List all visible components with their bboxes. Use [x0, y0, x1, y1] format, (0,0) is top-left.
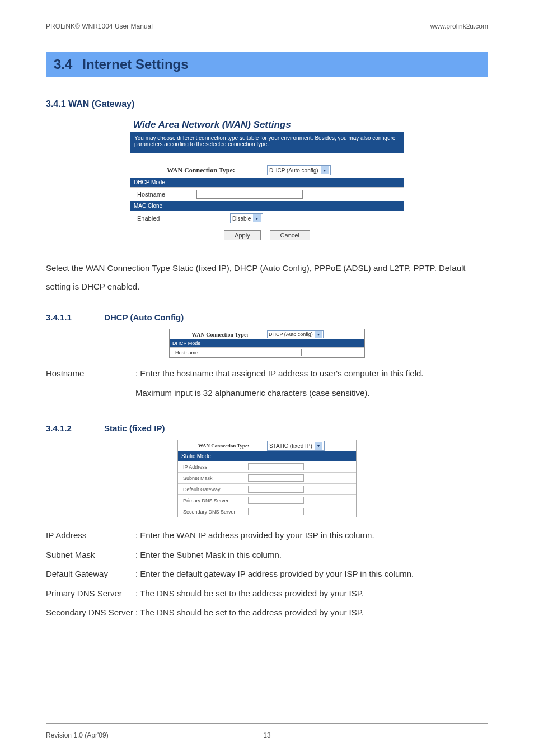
footer-left: Revision 1.0 (Apr'09) — [46, 731, 109, 739]
apply-button[interactable]: Apply — [224, 230, 261, 240]
ip-address-input[interactable] — [248, 463, 304, 470]
primary-dns-input[interactable] — [248, 497, 304, 504]
small-hostname-label: Hostname — [173, 350, 218, 356]
wan-heading: Wide Area Network (WAN) Settings — [130, 117, 404, 132]
static-conn-type-label: WAN Connection Type: — [180, 443, 267, 449]
hostname-desc-row: Hostname : Enter the hostname that assig… — [46, 366, 488, 382]
static-conn-type-select[interactable]: STATIC (fixed IP) ▾ — [267, 441, 325, 451]
enabled-value: Disable — [232, 216, 251, 222]
footer-rule — [46, 723, 488, 724]
page-number: 13 — [263, 731, 270, 739]
sub-3-4-1-1: 3.4.1.1 DHCP (Auto Config) — [46, 312, 488, 322]
sub-3-4-1: 3.4.1 WAN (Gateway) — [46, 99, 488, 109]
sub-3-4-1-2: 3.4.1.2 Static (fixed IP) — [46, 423, 488, 433]
section-number: 3.4 — [54, 57, 72, 72]
default-gateway-input[interactable] — [248, 486, 304, 493]
static-row-label: IP Address — [181, 464, 248, 470]
dropdown-arrow-icon: ▾ — [321, 166, 329, 174]
hostname-label: Hostname — [135, 191, 196, 198]
dropdown-arrow-icon: ▾ — [315, 442, 322, 450]
header-right: www.prolink2u.com — [430, 22, 488, 30]
static-panel: WAN Connection Type: STATIC (fixed IP) ▾… — [177, 440, 357, 517]
hostname-def: : Enter the hostname that assigned IP ad… — [135, 366, 488, 382]
small-conn-type-label: WAN Connection Type: — [173, 332, 267, 338]
header-rule — [46, 34, 488, 34]
secondary-dns-input[interactable] — [248, 508, 304, 515]
section-title: Internet Settings — [82, 57, 188, 72]
static-desc-row: Secondary DNS Server: The DNS should be … — [46, 605, 488, 621]
small-conn-type-select[interactable]: DHCP (Auto config) ▾ — [267, 330, 324, 338]
conn-type-value: DHCP (Auto config) — [269, 167, 318, 174]
subnet-mask-input[interactable] — [248, 474, 304, 482]
dhcp-mode-section: DHCP Mode — [130, 178, 404, 187]
wan-panel-main: You may choose different connection type… — [130, 132, 404, 245]
static-row-label: Subnet Mask — [181, 475, 248, 481]
wan-description: You may choose different connection type… — [130, 132, 404, 153]
body-text-1: Select the WAN Connection Type Static (f… — [46, 259, 488, 296]
static-desc-row: Default Gateway: Enter the default gatew… — [46, 566, 488, 582]
static-row-label: Secondary DNS Server — [181, 509, 248, 515]
hostname-term: Hostname — [46, 366, 135, 382]
header-left: PROLiNK® WNR1004 User Manual — [46, 22, 153, 30]
static-desc-row: Subnet Mask: Enter the Subnet Mask in th… — [46, 547, 488, 563]
section-banner: 3.4 Internet Settings — [46, 52, 488, 77]
enabled-select[interactable]: Disable ▾ — [230, 213, 263, 223]
conn-type-select[interactable]: DHCP (Auto config) ▾ — [267, 165, 331, 175]
mac-clone-section: MAC Clone — [130, 201, 404, 211]
static-mode-section: Static Mode — [178, 451, 356, 461]
enabled-label: Enabled — [135, 215, 196, 222]
small-hostname-input[interactable] — [218, 349, 302, 356]
small-dhcp-mode: DHCP Mode — [170, 339, 364, 347]
hostname-input[interactable] — [196, 190, 303, 199]
hostname-def-cont: Maximum input is 32 alphanumeric charact… — [135, 385, 488, 402]
static-row-label: Primary DNS Server — [181, 498, 248, 503]
dhcp-small-panel: WAN Connection Type: DHCP (Auto config) … — [169, 329, 365, 358]
cancel-button[interactable]: Cancel — [270, 230, 310, 240]
dropdown-arrow-icon: ▾ — [253, 214, 261, 222]
conn-type-label: WAN Connection Type: — [135, 166, 267, 175]
dropdown-arrow-icon: ▾ — [315, 331, 322, 338]
static-desc-row: Primary DNS Server: The DNS should be se… — [46, 586, 488, 602]
static-row-label: Default Gateway — [181, 487, 248, 492]
static-desc-row: IP Address: Enter the WAN IP address pro… — [46, 528, 488, 544]
